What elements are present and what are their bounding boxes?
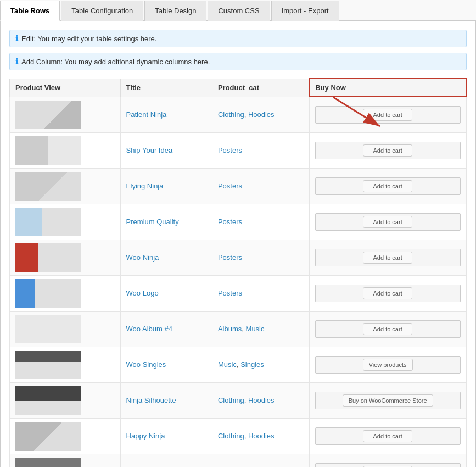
col-header-product-view: Product View (10, 79, 121, 97)
title-cell: Ninja Silhouette (120, 382, 212, 418)
category-link[interactable]: Posters (218, 146, 242, 154)
product-title-link[interactable]: Ship Your Idea (126, 146, 173, 154)
tab-table-rows[interactable]: Table Rows (0, 1, 60, 21)
buy-now-button[interactable]: Add to cart (363, 252, 412, 264)
col-header-buy-now: Buy Now (309, 79, 466, 97)
product-thumbnail (15, 172, 81, 201)
buy-now-cell: Add to cart (309, 454, 466, 467)
product-thumbnail (15, 351, 81, 379)
table-row: Premium QualityPostersAdd to cart (10, 204, 467, 240)
product-view-cell (10, 132, 121, 168)
product-title-link[interactable]: Happy Ninja (126, 432, 165, 440)
product-title-link[interactable]: Woo Album #4 (126, 325, 172, 333)
table-row: Happy NinjaClothing, T-shirtsAdd to cart (10, 454, 467, 467)
buy-now-cell: View products (309, 347, 466, 382)
buy-now-button[interactable]: Add to cart (363, 430, 412, 442)
product-title-link[interactable]: Premium Quality (126, 218, 179, 226)
product-view-cell (10, 97, 121, 132)
category-link[interactable]: Singles (240, 360, 264, 369)
category-link[interactable]: Music (246, 325, 265, 333)
buy-now-cell: Add to cart (309, 418, 466, 454)
product-thumbnail (15, 458, 81, 468)
col-header-product-cat: Product_cat (212, 79, 309, 97)
buy-now-button[interactable]: Add to cart (363, 216, 412, 228)
tab-table-design[interactable]: Table Design (144, 1, 206, 21)
product-title-link[interactable]: Ninja Silhouette (126, 396, 176, 404)
category-cell: Posters (212, 275, 309, 311)
product-view-cell (10, 275, 121, 311)
table-row: Happy NinjaClothing, HoodiesAdd to cart (10, 418, 467, 454)
buy-now-button[interactable]: Add to cart (363, 287, 412, 299)
tab-custom-css[interactable]: Custom CSS (208, 1, 270, 21)
title-cell: Premium Quality (120, 204, 212, 240)
category-cell: Clothing, Hoodies (212, 418, 309, 454)
category-link[interactable]: Posters (218, 289, 242, 297)
buy-now-button[interactable]: Add to cart (363, 180, 412, 192)
buy-now-cell: Add to cart (309, 275, 466, 311)
category-link[interactable]: Clothing (218, 396, 244, 404)
category-link[interactable]: Clothing (218, 110, 244, 119)
product-thumbnail (15, 386, 81, 415)
table-row: Woo LogoPostersAdd to cart (10, 275, 467, 311)
buy-now-cell: Add to cart (309, 97, 466, 132)
category-link[interactable]: Hoodies (248, 432, 275, 440)
info-add-column: ℹ Add Column: You may add aditional dyna… (9, 53, 467, 70)
table-row: Ninja SilhouetteClothing, HoodiesBuy on … (10, 382, 467, 418)
category-link[interactable]: Posters (218, 253, 242, 262)
table-row: Patient NinjaClothing, HoodiesAdd to car… (10, 97, 467, 132)
table-row: Ship Your IdeaPostersAdd to cart (10, 132, 467, 168)
product-title-link[interactable]: Woo Logo (126, 289, 159, 297)
product-thumbnail (15, 315, 81, 343)
product-view-cell (10, 240, 121, 275)
product-title-link[interactable]: Woo Ninja (126, 253, 159, 262)
product-title-link[interactable]: Flying Ninja (126, 182, 164, 190)
tab-import-export[interactable]: Import - Export (271, 1, 339, 21)
product-view-cell (10, 168, 121, 204)
product-view-cell (10, 418, 121, 454)
buy-now-button[interactable]: View products (363, 359, 413, 371)
category-cell: Albums, Music (212, 311, 309, 347)
category-link[interactable]: Hoodies (248, 396, 275, 404)
buy-now-button[interactable]: Add to cart (363, 109, 412, 121)
product-title-link[interactable]: Woo Singles (126, 360, 166, 369)
table-row: Woo Album #4Albums, MusicAdd to cart (10, 311, 467, 347)
category-cell: Posters (212, 168, 309, 204)
category-cell: Clothing, Hoodies (212, 97, 309, 132)
category-cell: Music, Singles (212, 347, 309, 382)
product-thumbnail (15, 279, 81, 308)
table-row: Woo SinglesMusic, SinglesView products (10, 347, 467, 382)
buy-now-cell: Buy on WooCommerce Store (309, 382, 466, 418)
product-title-link[interactable]: Patient Ninja (126, 110, 167, 119)
product-view-cell (10, 311, 121, 347)
buy-now-button[interactable]: Add to cart (363, 323, 412, 335)
info-edit-text: Edit: You may edit your table settings h… (21, 35, 156, 43)
title-cell: Flying Ninja (120, 168, 212, 204)
category-link[interactable]: Albums (218, 325, 242, 333)
tab-table-configuration[interactable]: Table Configuration (61, 1, 143, 21)
title-cell: Patient Ninja (120, 97, 212, 132)
buy-now-button[interactable]: Add to cart (363, 144, 412, 157)
product-thumbnail (15, 136, 81, 165)
product-view-cell (10, 382, 121, 418)
category-link[interactable]: Clothing (218, 432, 244, 440)
products-table: Product View Title Product_cat Buy Now P… (9, 78, 467, 467)
product-thumbnail (15, 208, 81, 236)
category-link[interactable]: Posters (218, 218, 242, 226)
category-link[interactable]: Music (218, 360, 237, 369)
product-view-cell (10, 347, 121, 382)
title-cell: Ship Your Idea (120, 132, 212, 168)
category-cell: Clothing, Hoodies (212, 382, 309, 418)
category-cell: Posters (212, 132, 309, 168)
table-row: Flying NinjaPostersAdd to cart (10, 168, 467, 204)
info-icon-add-column: ℹ (15, 57, 18, 66)
category-link[interactable]: Hoodies (248, 110, 275, 119)
buy-now-button[interactable]: Buy on WooCommerce Store (343, 394, 433, 407)
product-thumbnail (15, 422, 81, 451)
info-edit: ℹ Edit: You may edit your table settings… (9, 30, 467, 47)
category-link[interactable]: Posters (218, 182, 242, 190)
title-cell: Woo Logo (120, 275, 212, 311)
product-thumbnail (15, 243, 81, 272)
buy-now-cell: Add to cart (309, 240, 466, 275)
title-cell: Woo Album #4 (120, 311, 212, 347)
buy-now-cell: Add to cart (309, 204, 466, 240)
